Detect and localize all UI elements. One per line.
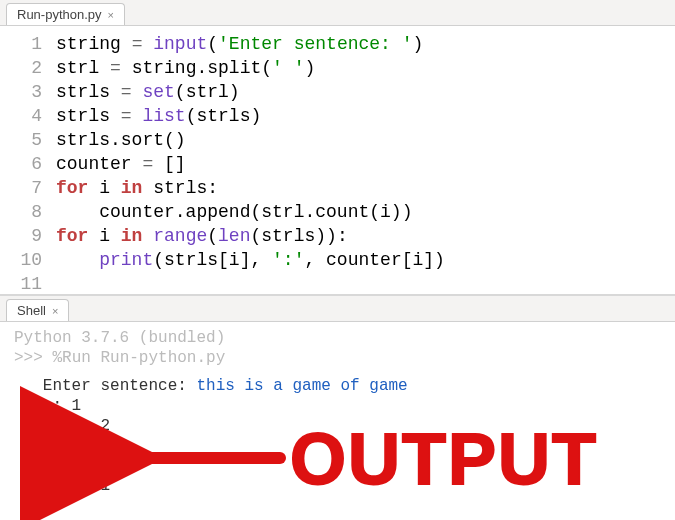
program-input-line: Enter sentence: this is a game of game	[14, 376, 665, 396]
editor-tab-run-python[interactable]: Run-python.py ×	[6, 3, 125, 25]
code-line: counter.append(strl.count(i))	[56, 200, 675, 224]
code-line: strls = list(strls)	[56, 104, 675, 128]
shell-output[interactable]: Python 3.7.6 (bundled) >>> %Run Run-pyth…	[0, 322, 675, 502]
code-line: for i in strls:	[56, 176, 675, 200]
program-output-line: this : 1	[14, 476, 665, 496]
code-line: string = input('Enter sentence: ')	[56, 32, 675, 56]
program-output-line: a : 1	[14, 396, 665, 416]
user-typed-input: this is a game of game	[196, 377, 407, 395]
shell-prompt: >>>	[14, 349, 43, 367]
line-number: 2	[0, 56, 42, 80]
line-number: 10	[0, 248, 42, 272]
line-number: 4	[0, 104, 42, 128]
line-number: 11	[0, 272, 42, 296]
code-line: strls.sort()	[56, 128, 675, 152]
code-line	[56, 272, 675, 296]
line-number: 1	[0, 32, 42, 56]
python-version-banner: Python 3.7.6 (bundled)	[14, 328, 665, 348]
code-line: strls = set(strl)	[56, 80, 675, 104]
shell-command-line: >>> %Run Run-python.py	[14, 348, 665, 368]
line-number-gutter: 1234567891011	[0, 26, 50, 294]
line-number: 7	[0, 176, 42, 200]
tab-label: Run-python.py	[17, 7, 102, 22]
code-line: for i in range(len(strls)):	[56, 224, 675, 248]
code-line: print(strls[i], ':', counter[i])	[56, 248, 675, 272]
code-area[interactable]: string = input('Enter sentence: ')strl =…	[50, 26, 675, 294]
editor-tab-bar: Run-python.py ×	[0, 0, 675, 26]
line-number: 3	[0, 80, 42, 104]
line-number: 9	[0, 224, 42, 248]
tab-label: Shell	[17, 303, 46, 318]
shell-tab-bar: Shell ×	[0, 296, 675, 322]
program-output-line: of : 1	[14, 456, 665, 476]
line-number: 5	[0, 128, 42, 152]
shell-command: %Run Run-python.py	[52, 349, 225, 367]
shell-tab[interactable]: Shell ×	[6, 299, 69, 321]
code-line: strl = string.split(' ')	[56, 56, 675, 80]
code-editor[interactable]: 1234567891011 string = input('Enter sent…	[0, 26, 675, 294]
program-output-line: is : 1	[14, 436, 665, 456]
input-prompt-text: Enter sentence:	[43, 377, 187, 395]
code-line: counter = []	[56, 152, 675, 176]
close-icon[interactable]: ×	[108, 9, 114, 21]
line-number: 8	[0, 200, 42, 224]
program-output-line: game : 2	[14, 416, 665, 436]
close-icon[interactable]: ×	[52, 305, 58, 317]
line-number: 6	[0, 152, 42, 176]
